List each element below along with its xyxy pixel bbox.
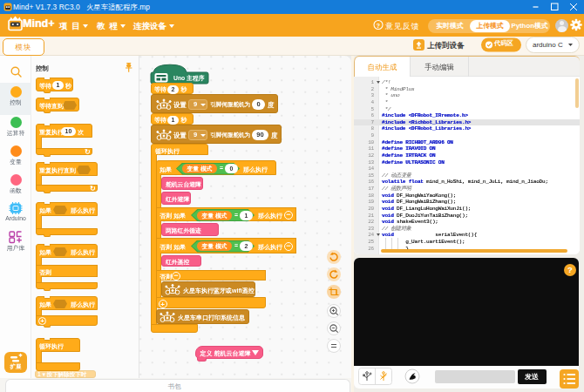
svg-text:?: ? [377,23,380,29]
